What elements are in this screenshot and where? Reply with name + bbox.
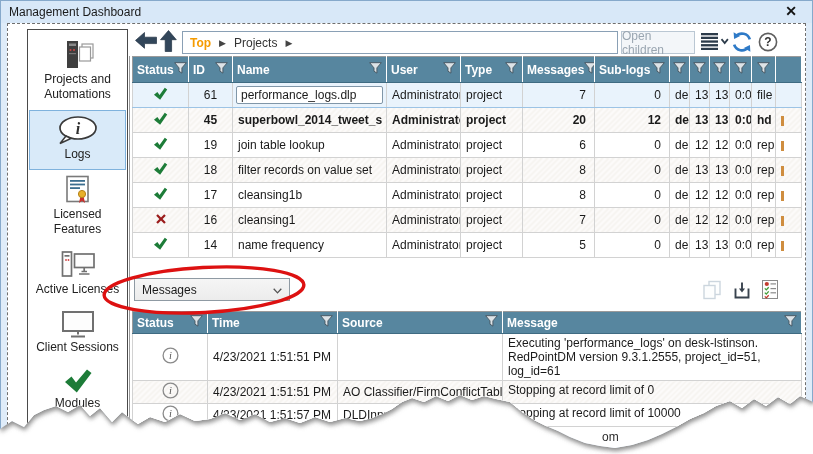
column-header-label: Messages: [527, 63, 584, 77]
log-extra-cell: 0:0: [730, 158, 752, 183]
log-row[interactable]: 14name frequencyAdministratorproject50de…: [133, 233, 802, 258]
message-row[interactable]: i4/23/2021 1:51:57 PMDLDInputStopping at…: [133, 404, 802, 427]
filter-icon[interactable]: [713, 62, 726, 77]
log-messages-cell: 7: [523, 83, 595, 108]
log-user-cell: Administrator: [387, 133, 461, 158]
close-icon[interactable]: ✕: [785, 3, 797, 19]
filter-icon[interactable]: [693, 62, 706, 77]
message-row[interactable]: i4/23/2021 1:51:51 PMAO Classifier/FirmC…: [133, 381, 802, 404]
filter-icon[interactable]: [190, 315, 203, 330]
breadcrumb-item-projects[interactable]: Projects: [234, 36, 277, 50]
help-icon: ?: [758, 32, 778, 52]
filter-icon[interactable]: [673, 62, 686, 77]
filter-icon[interactable]: [584, 62, 594, 77]
message-row[interactable]: i4/23/2021 1:51:51 PMExecuting 'performa…: [133, 334, 802, 381]
log-extra-cell: 13: [690, 108, 710, 133]
log-extra-cell: 0:0: [730, 233, 752, 258]
log-row[interactable]: 61performance_logs.dlpAdministratorproje…: [133, 83, 802, 108]
message-source-cell: [338, 334, 503, 381]
sidebar-item-label: Projects andAutomations: [44, 72, 111, 102]
success-icon: [133, 158, 189, 183]
log-extra-cell: 12: [710, 208, 730, 233]
column-header-user[interactable]: User: [387, 57, 461, 83]
open-children-button[interactable]: Open children: [621, 31, 695, 54]
log-row[interactable]: 16cleansing1Administratorproject70de1212…: [133, 208, 802, 233]
log-extra-cell: 13: [690, 83, 710, 108]
filter-icon[interactable]: [443, 62, 456, 77]
copy-button[interactable]: [700, 278, 724, 302]
log-messages-cell: 8: [523, 183, 595, 208]
column-header-source[interactable]: Source: [338, 312, 503, 334]
log-id-cell: 18: [189, 158, 233, 183]
column-header-id[interactable]: ID: [189, 57, 233, 83]
refresh-icon: [731, 31, 753, 53]
column-header-status[interactable]: Status: [133, 312, 208, 334]
sidebar-item-client-sessions[interactable]: Client Sessions: [29, 305, 126, 363]
filter-icon[interactable]: [757, 62, 770, 77]
log-type-cell: project: [461, 158, 523, 183]
filter-icon[interactable]: [784, 315, 797, 330]
monitor-icon: [61, 310, 95, 338]
filter-icon[interactable]: [369, 62, 382, 77]
export-log-button[interactable]: [730, 278, 754, 302]
log-name-cell: join table lookup: [233, 133, 387, 158]
column-header-message[interactable]: Message: [503, 312, 802, 334]
filter-icon[interactable]: [652, 62, 665, 77]
log-row[interactable]: 17cleansing1bAdministratorproject80de121…: [133, 183, 802, 208]
projects-icon: [60, 40, 96, 70]
column-header-extra-12[interactable]: [776, 57, 802, 83]
sidebar-item-modules[interactable]: Modules: [29, 363, 126, 419]
column-header-status[interactable]: Status: [133, 57, 189, 83]
log-type-cell: project: [461, 233, 523, 258]
filter-icon[interactable]: [505, 62, 518, 77]
column-header-label: Name: [237, 63, 270, 77]
column-header-time[interactable]: Time: [208, 312, 338, 334]
refresh-button[interactable]: [730, 30, 754, 53]
message-text-cell: Stopping at record limit of 0: [503, 381, 802, 404]
column-header-extra-9[interactable]: [710, 57, 730, 83]
log-row[interactable]: 45superbowl_2014_tweet_sAdministratorpro…: [133, 108, 802, 133]
download-icon: [732, 280, 752, 300]
log-id-cell: 61: [189, 83, 233, 108]
help-button[interactable]: ?: [757, 31, 779, 53]
column-header-extra-7[interactable]: [670, 57, 690, 83]
filter-icon[interactable]: [320, 315, 333, 330]
up-button[interactable]: [159, 29, 177, 52]
log-spacer-cell: [776, 133, 802, 158]
log-row[interactable]: 18filter records on value setAdministrat…: [133, 158, 802, 183]
report-button[interactable]: [758, 277, 782, 301]
log-user-cell: Administrator: [387, 208, 461, 233]
log-sublogs-cell: 0: [595, 83, 670, 108]
column-header-name[interactable]: Name: [233, 57, 387, 83]
log-messages-cell: 7: [523, 208, 595, 233]
menu-button[interactable]: [700, 31, 730, 51]
column-header-type[interactable]: Type: [461, 57, 523, 83]
globe-icon: [61, 424, 95, 454]
window-title: Management Dashboard: [9, 5, 141, 19]
log-extra-cell: 12: [710, 133, 730, 158]
sidebar-item-logs[interactable]: iLogs: [29, 110, 126, 170]
log-row[interactable]: 19join table lookupAdministratorproject6…: [133, 133, 802, 158]
log-extra-cell: 12: [690, 133, 710, 158]
filter-icon[interactable]: [215, 62, 228, 77]
sidebar-item-web[interactable]: [29, 419, 126, 454]
sidebar-item-licensed-features[interactable]: LicensedFeatures: [29, 170, 126, 245]
log-extra-cell: hd: [752, 108, 776, 133]
column-header-extra-10[interactable]: [730, 57, 752, 83]
filter-icon[interactable]: [174, 62, 187, 77]
certificate-icon: [65, 175, 91, 205]
log-extra-cell: 0:0: [730, 208, 752, 233]
column-header-messages[interactable]: Messages: [523, 57, 595, 83]
copy-icon: [702, 280, 722, 300]
filter-icon[interactable]: [734, 62, 747, 77]
column-header-extra-11[interactable]: [752, 57, 776, 83]
filter-icon[interactable]: [485, 315, 498, 330]
sidebar-item-active-licenses[interactable]: Active Licenses: [29, 245, 126, 305]
column-header-extra-8[interactable]: [690, 57, 710, 83]
sidebar-item-projects-automations[interactable]: Projects andAutomations: [29, 35, 126, 110]
column-header-sub-logs[interactable]: Sub-logs: [595, 57, 670, 83]
message-type-dropdown[interactable]: Messages: [134, 278, 290, 301]
log-spacer-cell: [776, 83, 802, 108]
breadcrumb-item-top[interactable]: Top: [190, 36, 211, 50]
back-button[interactable]: [134, 30, 157, 50]
